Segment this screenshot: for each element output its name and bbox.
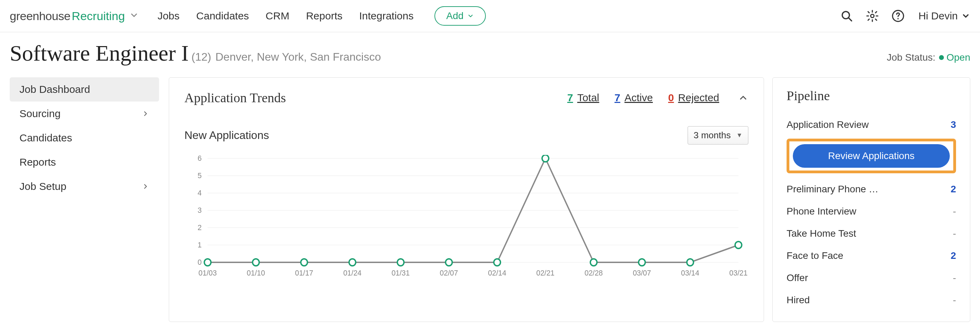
user-menu[interactable]: Hi Devin	[918, 10, 970, 22]
sidebar-item-job-setup[interactable]: Job Setup	[10, 174, 159, 199]
pipeline-stage-count[interactable]: 3	[950, 119, 956, 130]
pipeline-stage-label: Take Home Test	[787, 228, 856, 239]
svg-text:01/17: 01/17	[295, 269, 313, 278]
stat-active-label: Active	[624, 92, 653, 104]
pipeline-panel: Pipeline Application Review 3 Review App…	[772, 77, 970, 322]
product-switcher-chevron-icon[interactable]	[129, 10, 139, 20]
pipeline-stage-label: Hired	[787, 294, 810, 306]
application-trends-panel: Application Trends 7 Total 7 Active 0 Re…	[169, 77, 764, 322]
sidebar-item-sourcing[interactable]: Sourcing	[10, 101, 159, 126]
svg-point-19	[204, 259, 211, 266]
sidebar-item-job-dashboard[interactable]: Job Dashboard	[10, 77, 159, 101]
pipeline-stage-face-to-face[interactable]: Face to Face 2	[787, 245, 956, 267]
status-dot-icon	[939, 55, 944, 60]
stat-total[interactable]: 7 Total	[567, 92, 599, 104]
main-content: Job Dashboard Sourcing Candidates Report…	[0, 73, 980, 329]
svg-text:3: 3	[197, 206, 202, 215]
pipeline-stage-label: Phone Interview	[787, 206, 856, 217]
pipeline-stage-count: -	[953, 294, 956, 306]
new-applications-title: New Applications	[185, 129, 269, 142]
nav-link-reports[interactable]: Reports	[306, 10, 342, 22]
pipeline-stage-count: -	[953, 228, 956, 239]
sidebar-item-label: Job Dashboard	[19, 84, 90, 95]
timeframe-select[interactable]: 3 months ▼	[687, 126, 748, 144]
svg-point-20	[253, 259, 259, 266]
svg-point-26	[542, 155, 549, 162]
stat-active-num: 7	[615, 92, 620, 104]
svg-text:02/14: 02/14	[488, 269, 506, 278]
user-greeting-text: Hi Devin	[918, 10, 958, 22]
sidebar-item-reports[interactable]: Reports	[10, 150, 159, 174]
svg-text:02/28: 02/28	[584, 269, 603, 278]
pipeline-stage-label: Preliminary Phone …	[787, 184, 878, 195]
job-status-value: Open	[947, 52, 970, 63]
nav-icons	[840, 9, 905, 22]
add-button[interactable]: Add	[434, 6, 486, 26]
help-icon[interactable]	[891, 9, 905, 22]
pipeline-stage-count: -	[953, 206, 956, 217]
sidebar-item-candidates[interactable]: Candidates	[10, 126, 159, 150]
nav-link-jobs[interactable]: Jobs	[158, 10, 180, 22]
svg-text:02/07: 02/07	[440, 269, 458, 278]
new-applications-header: New Applications 3 months ▼	[185, 126, 748, 144]
review-applications-button[interactable]: Review Applications	[793, 144, 950, 168]
gear-icon[interactable]	[866, 9, 879, 22]
nav-link-crm[interactable]: CRM	[266, 10, 289, 22]
pipeline-stage-application-review[interactable]: Application Review 3	[787, 114, 956, 136]
svg-text:02/21: 02/21	[536, 269, 555, 278]
stat-total-num: 7	[567, 92, 573, 104]
job-status-label: Job Status:	[886, 52, 935, 63]
svg-text:01/24: 01/24	[343, 269, 361, 278]
svg-point-4	[897, 18, 899, 19]
svg-text:01/10: 01/10	[247, 269, 265, 278]
job-status: Job Status: Open	[886, 52, 970, 63]
dropdown-triangle-icon: ▼	[736, 132, 743, 139]
pipeline-stage-count[interactable]: 2	[950, 184, 956, 195]
stat-rejected[interactable]: 0 Rejected	[668, 92, 719, 104]
pipeline-stage-offer[interactable]: Offer -	[787, 267, 956, 289]
chevron-down-icon	[961, 11, 970, 21]
nav-link-candidates[interactable]: Candidates	[196, 10, 249, 22]
sidebar-item-label: Job Setup	[19, 180, 66, 192]
sidebar-item-label: Candidates	[19, 132, 72, 144]
new-applications-chart: 012345601/0301/1001/1701/2401/3102/0702/…	[185, 155, 748, 280]
search-icon[interactable]	[840, 9, 853, 22]
chevron-right-icon	[142, 110, 150, 117]
svg-text:0: 0	[197, 258, 202, 267]
logo[interactable]: greenhouse Recruiting	[10, 9, 139, 23]
svg-text:1: 1	[197, 241, 202, 250]
nav-link-integrations[interactable]: Integrations	[359, 10, 414, 22]
stat-rejected-label: Rejected	[678, 92, 719, 104]
pipeline-stage-count[interactable]: 2	[950, 250, 956, 261]
timeframe-value: 3 months	[694, 130, 731, 141]
pipeline-stage-label: Face to Face	[787, 250, 843, 261]
svg-text:6: 6	[197, 155, 202, 163]
svg-text:03/14: 03/14	[681, 269, 699, 278]
trends-header: Application Trends 7 Total 7 Active 0 Re…	[185, 90, 748, 105]
pipeline-stage-phone-interview[interactable]: Phone Interview -	[787, 200, 956, 223]
pipeline-stage-label: Application Review	[787, 119, 869, 130]
stat-total-label: Total	[577, 92, 599, 104]
pipeline-stage-hired[interactable]: Hired -	[787, 289, 956, 311]
stat-rejected-num: 0	[668, 92, 674, 104]
chevron-down-icon	[467, 13, 474, 19]
svg-text:03/07: 03/07	[633, 269, 651, 278]
svg-point-24	[445, 259, 452, 266]
pipeline-stage-count: -	[953, 272, 956, 283]
svg-text:4: 4	[197, 189, 202, 198]
svg-point-25	[494, 259, 500, 266]
job-title: Software Engineer I	[10, 41, 189, 66]
svg-point-21	[301, 259, 307, 266]
collapse-chevron-up-icon[interactable]	[738, 93, 748, 103]
svg-point-2	[870, 14, 874, 18]
svg-text:2: 2	[197, 223, 202, 232]
stat-active[interactable]: 7 Active	[615, 92, 653, 104]
pipeline-stage-preliminary-phone[interactable]: Preliminary Phone … 2	[787, 178, 956, 200]
nav-links: Jobs Candidates CRM Reports Integrations	[158, 10, 414, 22]
sidebar-item-label: Reports	[19, 156, 56, 168]
sidebar: Job Dashboard Sourcing Candidates Report…	[10, 77, 159, 322]
trends-title: Application Trends	[185, 90, 286, 105]
pipeline-stage-take-home-test[interactable]: Take Home Test -	[787, 223, 956, 245]
svg-point-28	[639, 259, 645, 266]
content: Application Trends 7 Total 7 Active 0 Re…	[169, 77, 970, 322]
